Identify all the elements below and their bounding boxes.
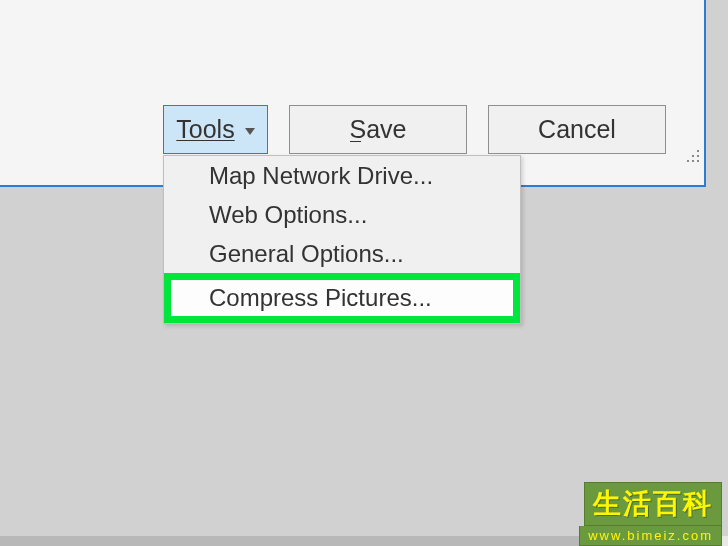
tools-dropdown-button[interactable]: Tools [163,105,268,154]
watermark: 生活百科 www.bimeiz.com [579,482,722,546]
save-button[interactable]: Save [289,105,467,154]
save-button-label: Save [350,115,407,144]
menu-item-label: General Options... [209,240,404,268]
menu-item-general-options[interactable]: General Options... [164,234,520,273]
watermark-url-text: www.bimeiz.com [579,526,722,546]
caret-down-icon [245,128,255,135]
menu-item-compress-pictures[interactable]: Compress Pictures... [164,273,520,323]
button-row: Tools Save Cancel [163,105,666,154]
menu-item-label: Map Network Drive... [209,162,433,190]
watermark-cn-text: 生活百科 [584,482,722,526]
cancel-button-label: Cancel [538,115,616,144]
menu-item-web-options[interactable]: Web Options... [164,195,520,234]
menu-item-map-network-drive[interactable]: Map Network Drive... [164,156,520,195]
menu-item-label: Web Options... [209,201,367,229]
tools-button-label: Tools [176,115,234,144]
menu-item-label: Compress Pictures... [209,284,432,312]
tools-dropdown-menu: Map Network Drive... Web Options... Gene… [163,155,521,324]
resize-grip-icon[interactable] [686,149,700,163]
cancel-button[interactable]: Cancel [488,105,666,154]
